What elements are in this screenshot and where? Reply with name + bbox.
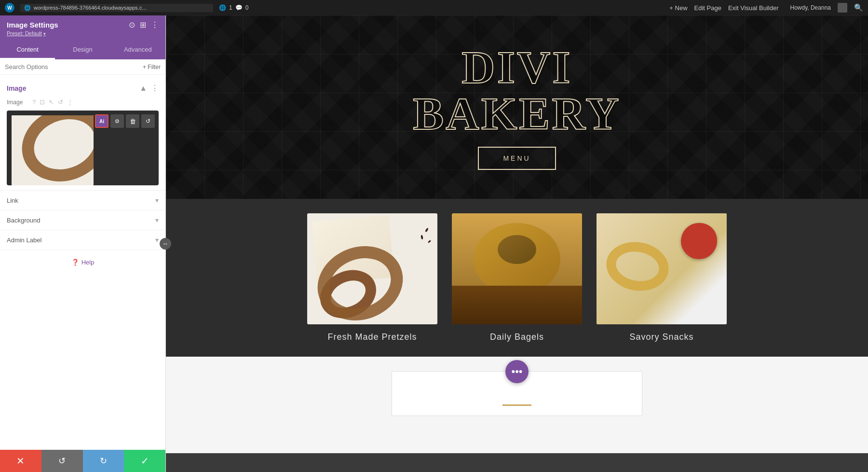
field-more-icon[interactable]: ⋮	[67, 98, 73, 106]
floating-dots-button[interactable]: •••	[505, 360, 529, 383]
exit-visual-builder-button[interactable]: Exit Visual Builder	[728, 4, 779, 12]
image-preview-area: Ai ⚙ 🗑 ↺	[7, 111, 159, 185]
more-options-icon[interactable]: ⋮	[151, 20, 159, 29]
responsive-icon[interactable]: ⊡	[40, 98, 45, 106]
ai-generate-button[interactable]: Ai	[95, 114, 108, 128]
bakery-title-line1: Divi	[413, 44, 621, 91]
link-chevron-icon: ▾	[155, 196, 159, 204]
image-settings-button[interactable]: ⚙	[110, 114, 124, 128]
panel-content: Image ▲ ⋮ Image ? ⊡ ↖ ↺ ⋮	[0, 75, 165, 450]
new-button[interactable]: + New	[669, 4, 687, 12]
tab-advanced[interactable]: Advanced	[110, 41, 165, 59]
pretzel-image	[307, 213, 437, 324]
background-chevron-icon: ▾	[155, 216, 159, 224]
image-section-title: Image	[7, 84, 26, 92]
collapse-icon[interactable]: ▲	[139, 84, 147, 93]
user-avatar	[838, 3, 847, 13]
panel-search-bar: + Filter	[0, 59, 165, 75]
product-card-pretzels: Fresh Made Pretzels	[307, 213, 437, 342]
globe-icon: 🌐	[219, 4, 226, 11]
search-icon[interactable]: 🔍	[854, 3, 863, 12]
edit-page-button[interactable]: Edit Page	[694, 4, 721, 12]
help-button[interactable]: ❓ Help	[71, 259, 95, 266]
image-section-header: Image ▲ ⋮	[0, 80, 165, 97]
section-more-icon[interactable]: ⋮	[151, 83, 159, 93]
howdy-user: Howdy, Deanna	[790, 4, 831, 11]
panel-title-icons: ⊙ ⊞ ⋮	[129, 20, 159, 29]
products-section: Fresh Made Pretzels Daily Bagels	[166, 199, 868, 357]
canvas-area: Divi Bakery MENU Fresh Made Pretzels	[166, 15, 868, 472]
filter-button[interactable]: + Filter	[143, 64, 161, 70]
admin-label-section-label: Admin Label	[7, 236, 41, 244]
menu-button[interactable]: MENU	[478, 147, 556, 170]
image-field-label: Image	[7, 99, 28, 106]
admin-label-section: Admin Label ▾	[0, 230, 165, 250]
panel-header: Image Settings ⊙ ⊞ ⋮ Preset: Default ▾	[0, 15, 165, 41]
image-field-row: Image ? ⊡ ↖ ↺ ⋮	[0, 97, 165, 108]
admin-label-chevron-icon: ▾	[155, 236, 159, 244]
wp-logo-icon[interactable]: W	[5, 3, 14, 13]
panel-title: Image Settings	[7, 21, 58, 29]
product-card-snacks: Savory Snacks	[597, 213, 727, 342]
bakery-title: Divi Bakery	[413, 44, 621, 137]
background-section-header[interactable]: Background ▾	[0, 210, 165, 230]
card-accent-line	[502, 404, 531, 406]
product-name-snacks: Savory Snacks	[629, 332, 693, 342]
bakery-hero-section: Divi Bakery MENU	[166, 15, 868, 199]
main-area: Image Settings ⊙ ⊞ ⋮ Preset: Default ▾ C…	[0, 15, 868, 472]
cancel-button[interactable]: ✕	[0, 450, 41, 472]
image-reset-button[interactable]: ↺	[141, 114, 155, 128]
product-image-bagels	[452, 213, 582, 324]
admin-bar-actions: + New Edit Page Exit Visual Builder Howd…	[669, 3, 863, 13]
save-icon: ✓	[141, 455, 149, 467]
url-text: wordpress-784896-3766464.cloudwaysapps.c…	[34, 5, 147, 11]
left-panel: Image Settings ⊙ ⊞ ⋮ Preset: Default ▾ C…	[0, 15, 166, 472]
image-field-icons: ? ⊡ ↖ ↺ ⋮	[32, 98, 73, 106]
link-section: Link ▾	[0, 190, 165, 210]
tab-design[interactable]: Design	[55, 41, 110, 59]
link-section-header[interactable]: Link ▾	[0, 191, 165, 210]
snack-image	[597, 213, 727, 324]
lower-card: •••	[392, 371, 642, 416]
redo-icon: ↻	[100, 456, 107, 466]
search-options-input[interactable]	[5, 63, 143, 70]
bottom-action-bar: ✕ ↺ ↻ ✓	[0, 450, 165, 472]
help-icon[interactable]: ?	[32, 98, 36, 106]
background-section-label: Background	[7, 217, 40, 224]
image-delete-button[interactable]: 🗑	[126, 114, 139, 128]
url-bar[interactable]: 🌐 wordpress-784896-3766464.cloudwaysapps…	[20, 4, 213, 12]
bagel-image	[452, 213, 582, 324]
wp-admin-bar: W 🌐 wordpress-784896-3766464.cloudwaysap…	[0, 0, 868, 15]
preview-image	[12, 115, 94, 185]
undo-field-icon[interactable]: ↺	[58, 98, 63, 106]
resize-handle[interactable]: ↔	[160, 238, 171, 250]
undo-icon: ↺	[58, 456, 66, 466]
bakery-title-line2: Bakery	[413, 91, 621, 137]
image-preview-inner	[12, 115, 94, 185]
undo-button[interactable]: ↺	[41, 450, 83, 472]
layout-icon[interactable]: ⊞	[140, 20, 146, 29]
counter-2[interactable]: 0	[245, 4, 249, 11]
product-image-snacks	[597, 213, 727, 324]
section-controls: ▲ ⋮	[139, 83, 159, 93]
product-name-bagels: Daily Bagels	[490, 332, 544, 342]
background-section: Background ▾	[0, 210, 165, 230]
focus-mode-icon[interactable]: ⊙	[129, 20, 135, 29]
tab-content[interactable]: Content	[0, 41, 55, 59]
pointer-icon[interactable]: ↖	[49, 98, 54, 106]
product-card-bagels: Daily Bagels	[452, 213, 582, 342]
redo-button[interactable]: ↻	[83, 450, 124, 472]
link-section-label: Link	[7, 197, 18, 204]
panel-tabs: Content Design Advanced	[0, 41, 165, 59]
save-button[interactable]: ✓	[124, 450, 165, 472]
cancel-icon: ✕	[16, 455, 25, 467]
counter-1[interactable]: 1	[229, 4, 232, 11]
help-row: ❓ Help	[0, 250, 165, 274]
panel-preset[interactable]: Preset: Default ▾	[7, 30, 159, 36]
image-overlay-controls: Ai ⚙ 🗑 ↺	[95, 114, 155, 128]
product-name-pretzels: Fresh Made Pretzels	[327, 332, 417, 342]
comment-icon: 💬	[235, 4, 243, 11]
help-circle-icon: ❓	[71, 259, 79, 266]
admin-label-section-header[interactable]: Admin Label ▾	[0, 230, 165, 250]
lower-section: •••	[166, 357, 868, 453]
